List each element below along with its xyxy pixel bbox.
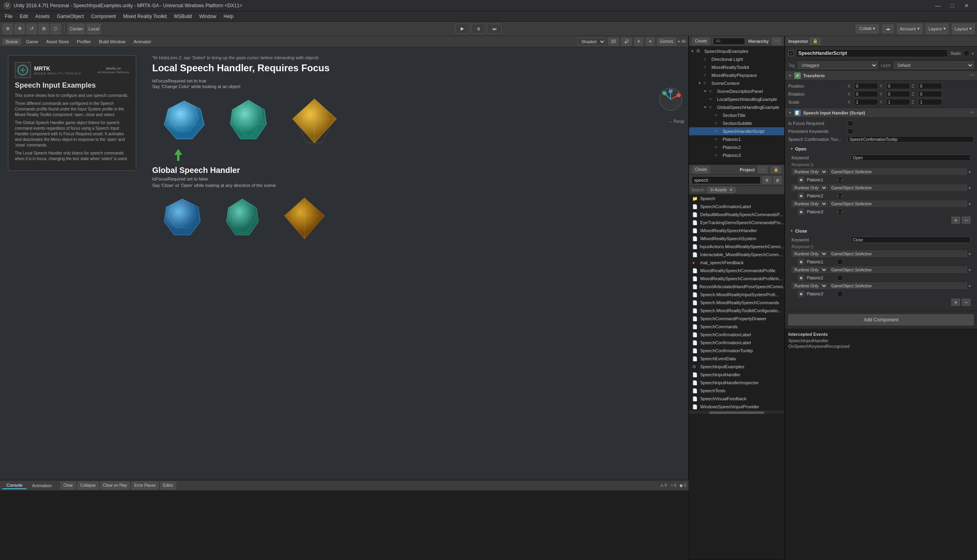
hierarchy-item-local-speech[interactable]: ○ LocalSpeechHandlingExample [689, 95, 784, 103]
close-add-button[interactable]: + [951, 299, 960, 306]
hierarchy-item-mixed-reality-playspace[interactable]: ○ MixedRealityPlayspace [689, 71, 784, 79]
light-button[interactable]: ☀ [634, 38, 643, 46]
close-obj-lock-2[interactable]: ◉ [798, 275, 804, 281]
hierarchy-item-platonic3[interactable]: ○ Platonic3 [689, 151, 784, 159]
open-response-dropdown-3[interactable]: Runtime Only [792, 201, 828, 207]
2d-button[interactable]: 2D [608, 38, 619, 46]
tool-move[interactable]: ⊕ [2, 24, 13, 34]
menu-gameobject[interactable]: GameObject [54, 13, 87, 20]
step-button[interactable]: ⏭ [487, 24, 502, 34]
menu-msbuild[interactable]: MSBuild [171, 13, 195, 20]
transform-options[interactable]: ⋯ [969, 73, 974, 78]
tab-asset-store[interactable]: Asset Store [43, 38, 72, 45]
project-lock-button[interactable]: 🔒 [771, 166, 781, 173]
close-response-arrow-3[interactable]: ▾ [969, 284, 971, 288]
hierarchy-item-speech-handler-script[interactable]: ○ SpeechHandlerScript [689, 127, 784, 135]
cloud-button[interactable]: ☁ [882, 24, 894, 33]
open-section-header[interactable]: ▼ Open [788, 145, 974, 153]
editor-button[interactable]: Editor [160, 482, 176, 490]
open-remove-button[interactable]: − [962, 217, 971, 224]
open-response-input-1[interactable] [829, 169, 967, 175]
pause-button[interactable]: ⏸ [471, 24, 485, 34]
tab-scene[interactable]: Scene [2, 38, 21, 45]
error-pause-button[interactable]: Error Pause [131, 482, 158, 490]
menu-component[interactable]: Component [88, 13, 119, 20]
add-component-button[interactable]: Add Component [788, 314, 974, 325]
tab-console[interactable]: Console [2, 482, 26, 489]
hierarchy-item-platonic1[interactable]: ○ Platonic1 [689, 135, 784, 143]
position-y-input[interactable]: 0 [886, 83, 910, 89]
position-x-input[interactable]: 0 [854, 83, 878, 89]
open-obj-lock-2[interactable]: ◉ [798, 193, 804, 199]
hierarchy-item-scene-description-panel[interactable]: ▼ ○ SceneDescriptionPanel [689, 87, 784, 95]
layout-dropdown[interactable]: Layout ▾ [952, 24, 975, 34]
hierarchy-create-button[interactable]: Create [692, 38, 710, 45]
open-response-input-2[interactable] [829, 185, 967, 191]
project-item-15[interactable]: 📄 SpeechCommandPropertyDrawer [689, 315, 784, 323]
project-item-scene[interactable]: ⚙ SpeechInputExamples [689, 363, 784, 371]
project-filter-button[interactable]: ⚙ [762, 176, 772, 184]
scale-z-input[interactable] [918, 99, 942, 105]
close-obj-check-2[interactable] [837, 275, 843, 281]
speech-confirmation-input[interactable] [848, 136, 974, 143]
play-button[interactable]: ▶ [455, 24, 469, 34]
open-response-input-3[interactable] [829, 201, 967, 207]
scene-viewport[interactable]: MRTK MIXED REALITY TOOLKIT Works on All … [0, 47, 688, 480]
shaded-dropdown[interactable]: Shaded [578, 38, 606, 46]
clear-on-play-button[interactable]: Clear on Play [100, 482, 130, 490]
menu-help[interactable]: Help [220, 13, 237, 20]
static-checkbox[interactable] [964, 50, 969, 56]
close-response-arrow-1[interactable]: ▾ [969, 252, 971, 256]
close-obj-lock-3[interactable]: ◉ [798, 291, 804, 297]
project-item-25[interactable]: 📄 SpeechVisualFeedback [689, 395, 784, 403]
project-scrollbar[interactable] [689, 411, 784, 414]
tool-transform[interactable]: ⬡ [50, 24, 61, 34]
tab-game[interactable]: Game [23, 38, 41, 45]
project-item-7[interactable]: 📄 Interactable_MixedRealitySpeechComm... [689, 251, 784, 259]
transform-component-header[interactable]: ▼ ⤢ Transform ⋯ [785, 71, 977, 80]
open-add-button[interactable]: + [951, 217, 960, 224]
project-create-button[interactable]: Create [692, 166, 710, 173]
hierarchy-item-speech-input-examples[interactable]: ▼ ⚙ SpeechInputExamples [689, 47, 784, 55]
close-obj-check-3[interactable] [837, 291, 843, 297]
hierarchy-item-scene-content[interactable]: ▼ ○ SceneContent [689, 79, 784, 87]
project-item-19[interactable]: 📄 SpeechConfirmationTooltip [689, 347, 784, 355]
menu-file[interactable]: File [2, 13, 16, 20]
menu-assets[interactable]: Assets [32, 13, 53, 20]
close-obj-lock-1[interactable]: ◉ [798, 259, 804, 265]
in-assets-close[interactable]: ✕ [729, 188, 733, 192]
scale-y-input[interactable] [886, 99, 910, 105]
minimize-button[interactable]: — [931, 0, 945, 11]
hierarchy-item-section-title[interactable]: ○ SectionTitle [689, 111, 784, 119]
project-item-5[interactable]: 📄 IMixedRealitySpeechSystem [689, 235, 784, 243]
close-section-header[interactable]: ▼ Close [788, 227, 974, 235]
local-button[interactable]: Local [87, 24, 101, 34]
hierarchy-item-platonic2[interactable]: ○ Platonic2 [689, 143, 784, 151]
project-item-10[interactable]: 📄 MixedRealitySpeechCommandsProfileIn... [689, 275, 784, 283]
project-item-20[interactable]: 📄 SpeechEventData [689, 355, 784, 363]
tag-dropdown[interactable]: Untagged [798, 62, 878, 69]
speech-handler-component-header[interactable]: ▼ 📝 Speech Input Handler (Script) ⋯ [785, 108, 977, 118]
close-response-input-1[interactable] [829, 251, 967, 257]
hierarchy-item-global-speech[interactable]: ▼ ○ GlobalSpeechHandlingExample [689, 103, 784, 111]
close-response-input-3[interactable] [829, 283, 967, 289]
speech-handler-options[interactable]: ⋯ [969, 110, 974, 115]
persistent-keywords-checkbox[interactable] [848, 128, 853, 134]
tool-scale[interactable]: ↺ [26, 24, 37, 34]
tool-rotate[interactable]: ✥ [14, 24, 25, 34]
close-response-dropdown-3[interactable]: Runtime Only [792, 283, 828, 289]
project-item-4[interactable]: 📄 IMixedRealitySpeechHandler [689, 227, 784, 235]
inspector-lock-button[interactable]: 🔒 [810, 38, 820, 45]
project-item-11[interactable]: 📄 RecordArticulatedHandPoseSpeechComm... [689, 283, 784, 291]
open-obj-check-2[interactable]: ✓ [837, 193, 843, 199]
project-item-17[interactable]: 📄 SpeechConfirmationLabel [689, 331, 784, 339]
tool-rect[interactable]: ⊞ [38, 24, 49, 34]
rotation-x-input[interactable] [854, 91, 878, 97]
rotation-y-input[interactable] [886, 91, 910, 97]
open-obj-lock-3[interactable]: ◉ [798, 209, 804, 215]
tab-profiler[interactable]: Profiler [74, 38, 94, 45]
project-item-24[interactable]: 📄 SpeechTests [689, 387, 784, 395]
orientation-gizmo[interactable]: x y z [659, 87, 683, 111]
menu-edit[interactable]: Edit [16, 13, 31, 20]
close-response-dropdown-1[interactable]: Runtime Only [792, 251, 828, 257]
